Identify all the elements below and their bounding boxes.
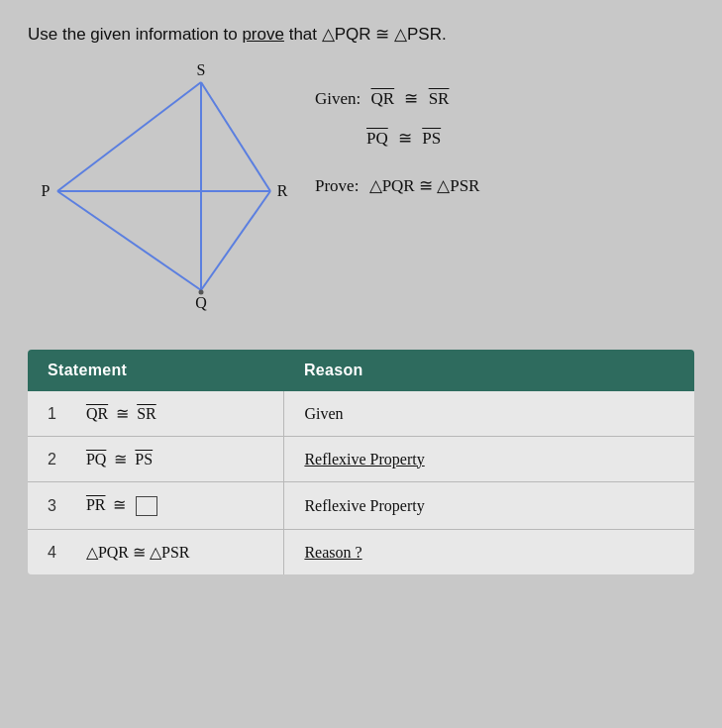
header-reason: Reason — [284, 350, 694, 391]
given-sr: SR — [429, 82, 450, 116]
table-header-row: Statement Reason — [28, 350, 694, 391]
row2-reason: Reflexive Property — [284, 437, 694, 482]
label-S: S — [197, 62, 206, 78]
given-prove: Given: QR ≅ SR PQ ≅ PS Prove: △PQR ≅ △PS… — [315, 62, 694, 207]
row1-num: 1 — [28, 391, 66, 437]
title-prove: prove — [242, 25, 284, 44]
page-title: Use the given information to prove that … — [28, 24, 694, 45]
row4-reason: Reason ? — [284, 530, 694, 575]
row1-reason: Given — [284, 391, 694, 437]
svg-line-1 — [201, 82, 270, 191]
prove-label: Prove: — [315, 169, 363, 203]
row2-statement: PQ ≅ PS — [66, 437, 284, 482]
title-post: that △PQR ≅ △PSR. — [284, 25, 447, 44]
row2-num: 2 — [28, 437, 66, 482]
svg-line-3 — [57, 191, 201, 290]
svg-point-6 — [199, 290, 204, 295]
prove-line: Prove: △PQR ≅ △PSR — [315, 169, 694, 203]
row2-reason-link[interactable]: Reflexive Property — [304, 451, 424, 468]
given-line-1: Given: QR ≅ SR — [315, 82, 694, 116]
table-row: 4 △PQR ≅ △PSR Reason ? — [28, 530, 694, 575]
cong-2: ≅ — [394, 122, 417, 156]
row4-num: 4 — [28, 530, 66, 575]
given-pq: PQ — [366, 122, 388, 156]
row4-reason-link[interactable]: Reason ? — [304, 544, 361, 561]
blank-input[interactable] — [136, 496, 157, 516]
row3-reason: Reflexive Property — [284, 482, 694, 530]
prove-statement: △PQR ≅ △PSR — [369, 169, 480, 203]
row4-statement: △PQR ≅ △PSR — [66, 530, 284, 575]
svg-line-0 — [57, 82, 201, 191]
proof-table: Statement Reason 1 QR ≅ SR Given — [28, 350, 694, 574]
table-row: 1 QR ≅ SR Given — [28, 391, 694, 437]
proof-table-wrapper: Statement Reason 1 QR ≅ SR Given — [28, 350, 694, 574]
given-label: Given: — [315, 82, 365, 116]
given-ps: PS — [422, 122, 441, 156]
top-section: S P R Q Given: QR ≅ SR PQ ≅ PS — [28, 62, 694, 320]
cong-1: ≅ — [400, 82, 423, 116]
svg-line-2 — [201, 191, 270, 290]
geometry-diagram: S P R Q — [28, 62, 305, 320]
table-row: 2 PQ ≅ PS Reflexive Property — [28, 437, 694, 482]
diagram: S P R Q — [28, 62, 305, 320]
title-pre: Use the given information to — [28, 25, 242, 44]
table-row: 3 PR ≅ Reflexive Property — [28, 482, 694, 530]
label-P: P — [42, 182, 51, 199]
row1-statement: QR ≅ SR — [66, 391, 284, 437]
label-Q: Q — [195, 294, 207, 311]
label-R: R — [277, 182, 288, 199]
given-qr: QR — [371, 82, 395, 116]
row3-num: 3 — [28, 482, 66, 530]
header-statement: Statement — [28, 350, 284, 391]
given-line-2: PQ ≅ PS — [315, 122, 694, 156]
row3-statement: PR ≅ — [66, 482, 284, 530]
